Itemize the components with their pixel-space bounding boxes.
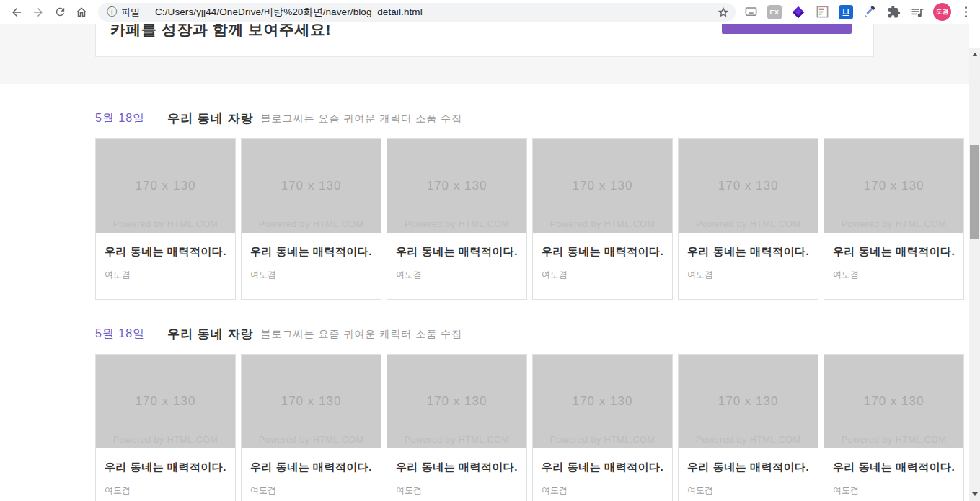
- blog-card[interactable]: 170 x 130 Powered by HTML.COM 우리 동네는 매력적…: [95, 138, 236, 300]
- vertical-scrollbar[interactable]: [969, 48, 980, 501]
- url-scheme-chip: 파일: [121, 6, 140, 19]
- card-title[interactable]: 우리 동네는 매력적이다.: [105, 244, 226, 258]
- forward-button[interactable]: [27, 1, 49, 23]
- playlist-icon[interactable]: [909, 4, 925, 20]
- address-bar[interactable]: ⓘ 파일 C:/Users/yjj44/OneDrive/바탕%20화면/nav…: [98, 3, 736, 22]
- browser-menu-button[interactable]: [959, 4, 973, 20]
- card-title[interactable]: 우리 동네는 매력적이다.: [833, 244, 955, 258]
- placeholder-watermark: Powered by HTML.COM: [242, 219, 381, 229]
- back-button[interactable]: [6, 1, 27, 23]
- blog-card[interactable]: 170 x 130 Powered by HTML.COM 우리 동네는 매력적…: [678, 354, 818, 501]
- blog-card[interactable]: 170 x 130 Powered by HTML.COM 우리 동네는 매력적…: [387, 138, 527, 300]
- card-author[interactable]: 여도겸: [687, 485, 809, 496]
- sections-container: 5월 18일 우리 동네 자랑 블로그씨는 요즘 귀여운 캐릭터 소품 수집 1…: [95, 110, 874, 501]
- section-divider: [156, 328, 156, 340]
- card-title[interactable]: 우리 동네는 매력적이다.: [105, 460, 226, 474]
- blog-card[interactable]: 170 x 130 Powered by HTML.COM 우리 동네는 매력적…: [241, 138, 381, 300]
- card-title[interactable]: 우리 동네는 매력적이다.: [687, 460, 809, 474]
- card-title[interactable]: 우리 동네는 매력적이다.: [250, 460, 372, 474]
- card-body: 우리 동네는 매력적이다. 여도겸: [387, 233, 526, 299]
- extensions-area: EX LI: [743, 3, 976, 21]
- refresh-button[interactable]: [49, 1, 71, 23]
- down-triangle-icon: [972, 492, 978, 496]
- section-title: 우리 동네 자랑: [167, 110, 253, 127]
- blog-card[interactable]: 170 x 130 Powered by HTML.COM 우리 동네는 매력적…: [824, 354, 964, 501]
- promo-box: 카페를 성장과 함께 보여주세요!: [95, 24, 874, 57]
- ex-extension-icon[interactable]: EX: [767, 4, 782, 20]
- scrollbar-up-arrow[interactable]: [969, 49, 980, 60]
- card-title[interactable]: 우리 동네는 매력적이다.: [833, 460, 955, 474]
- blog-card[interactable]: 170 x 130 Powered by HTML.COM 우리 동네는 매력적…: [532, 354, 673, 501]
- screenshot-extension-icon[interactable]: [743, 4, 759, 20]
- scrollbar-thumb[interactable]: [970, 145, 979, 239]
- placeholder-image: 170 x 130 Powered by HTML.COM: [824, 355, 963, 448]
- placeholder-dimensions: 170 x 130: [136, 394, 196, 409]
- ex-badge: EX: [767, 5, 782, 19]
- promo-button[interactable]: [722, 24, 852, 34]
- notes-extension-icon[interactable]: [814, 4, 830, 20]
- up-triangle-icon: [972, 53, 978, 56]
- placeholder-dimensions: 170 x 130: [281, 179, 342, 193]
- home-button[interactable]: [71, 1, 92, 23]
- placeholder-image: 170 x 130 Powered by HTML.COM: [242, 355, 381, 448]
- card-author[interactable]: 여도겸: [542, 485, 663, 496]
- refresh-icon: [54, 6, 66, 18]
- blog-card[interactable]: 170 x 130 Powered by HTML.COM 우리 동네는 매력적…: [824, 138, 964, 300]
- section-subtitle: 블로그씨는 요즘 귀여운 캐릭터 소품 수집: [261, 112, 462, 125]
- card-body: 우리 동네는 매력적이다. 여도겸: [533, 448, 672, 501]
- placeholder-watermark: Powered by HTML.COM: [679, 435, 818, 445]
- card-title[interactable]: 우리 동네는 매력적이다.: [542, 244, 663, 258]
- url-text[interactable]: C:/Users/yjj44/OneDrive/바탕%20화면/naver/bl…: [155, 6, 717, 19]
- card-body: 우리 동네는 매력적이다. 여도겸: [533, 233, 672, 299]
- card-author[interactable]: 여도겸: [396, 485, 518, 496]
- omnibox-divider: [149, 7, 149, 17]
- section-date: 5월 18일: [95, 111, 145, 126]
- card-author[interactable]: 여도겸: [833, 485, 955, 496]
- info-icon[interactable]: ⓘ: [107, 6, 117, 19]
- card-title[interactable]: 우리 동네는 매력적이다.: [396, 244, 518, 258]
- card-title[interactable]: 우리 동네는 매력적이다.: [250, 244, 372, 258]
- placeholder-image: 170 x 130 Powered by HTML.COM: [824, 139, 963, 233]
- browser-toolbar: ⓘ 파일 C:/Users/yjj44/OneDrive/바탕%20화면/nav…: [0, 0, 980, 24]
- bookmark-star-icon[interactable]: [717, 6, 730, 19]
- diamond-extension-icon[interactable]: [790, 4, 806, 20]
- placeholder-watermark: Powered by HTML.COM: [242, 435, 381, 445]
- placeholder-watermark: Powered by HTML.COM: [533, 435, 672, 445]
- card-author[interactable]: 여도겸: [105, 270, 226, 280]
- card-author[interactable]: 여도겸: [396, 270, 518, 280]
- placeholder-watermark: Powered by HTML.COM: [824, 219, 963, 229]
- forward-arrow-icon: [32, 6, 45, 19]
- blog-card[interactable]: 170 x 130 Powered by HTML.COM 우리 동네는 매력적…: [532, 138, 673, 300]
- card-title[interactable]: 우리 동네는 매력적이다.: [396, 460, 518, 474]
- card-author[interactable]: 여도겸: [833, 270, 955, 280]
- blog-card[interactable]: 170 x 130 Powered by HTML.COM 우리 동네는 매력적…: [387, 354, 527, 501]
- placeholder-image: 170 x 130 Powered by HTML.COM: [387, 139, 526, 233]
- card-author[interactable]: 여도겸: [542, 270, 663, 280]
- card-author[interactable]: 여도겸: [687, 270, 809, 280]
- blog-card[interactable]: 170 x 130 Powered by HTML.COM 우리 동네는 매력적…: [678, 138, 818, 300]
- card-body: 우리 동네는 매력적이다. 여도겸: [242, 233, 381, 299]
- section-divider: [156, 112, 156, 125]
- blog-section: 5월 18일 우리 동네 자랑 블로그씨는 요즘 귀여운 캐릭터 소품 수집 1…: [95, 110, 874, 300]
- scrollbar-down-arrow[interactable]: [969, 489, 980, 500]
- card-author[interactable]: 여도겸: [250, 485, 372, 496]
- kebab-dot: [965, 15, 967, 17]
- card-body: 우리 동네는 매력적이다. 여도겸: [824, 448, 963, 501]
- placeholder-watermark: Powered by HTML.COM: [96, 219, 235, 229]
- card-title[interactable]: 우리 동네는 매력적이다.: [687, 244, 809, 258]
- browser-window: ⓘ 파일 C:/Users/yjj44/OneDrive/바탕%20화면/nav…: [0, 0, 980, 501]
- kebab-dot: [965, 6, 967, 9]
- kebab-dot: [965, 11, 967, 13]
- card-body: 우리 동네는 매력적이다. 여도겸: [96, 233, 235, 299]
- card-author[interactable]: 여도겸: [250, 270, 372, 280]
- profile-avatar[interactable]: 도겸: [933, 3, 951, 21]
- card-title[interactable]: 우리 동네는 매력적이다.: [542, 460, 663, 474]
- card-author[interactable]: 여도겸: [105, 485, 226, 496]
- card-body: 우리 동네는 매력적이다. 여도겸: [679, 233, 818, 299]
- card-grid: 170 x 130 Powered by HTML.COM 우리 동네는 매력적…: [95, 354, 874, 501]
- blog-card[interactable]: 170 x 130 Powered by HTML.COM 우리 동네는 매력적…: [95, 354, 236, 501]
- extensions-puzzle-icon[interactable]: [886, 4, 901, 20]
- eyedropper-extension-icon[interactable]: [862, 4, 878, 20]
- li-extension-icon[interactable]: LI: [838, 4, 854, 20]
- blog-card[interactable]: 170 x 130 Powered by HTML.COM 우리 동네는 매력적…: [241, 354, 381, 501]
